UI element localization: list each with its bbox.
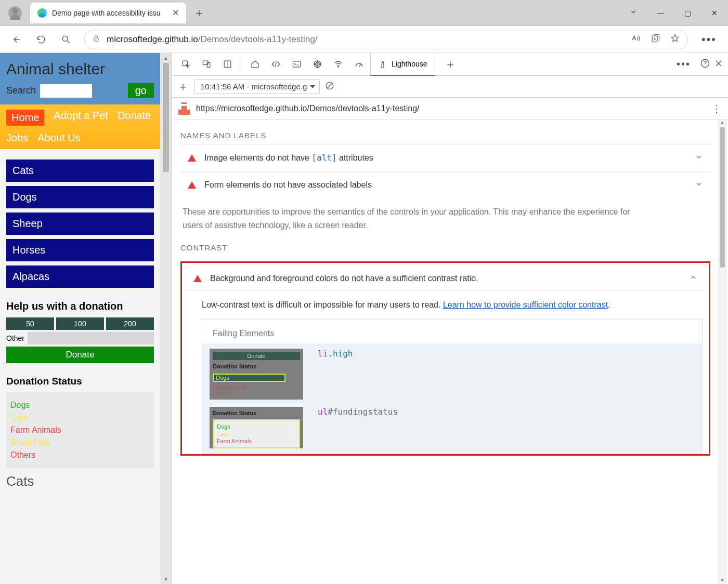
nav-adopt[interactable]: Adopt a Pet (54, 110, 108, 126)
learn-more-link[interactable]: Learn how to provide sufficient color co… (443, 300, 608, 309)
more-tabs-button[interactable]: ＋ (437, 57, 463, 72)
donate-button[interactable]: Donate (6, 347, 154, 363)
elements-icon[interactable] (266, 55, 285, 74)
lighthouse-logo-icon (178, 102, 190, 115)
report-scrollbar[interactable]: ▲ ▼ (718, 120, 727, 584)
console-icon[interactable] (287, 55, 306, 74)
donation-amount-button[interactable]: 200 (106, 317, 154, 330)
devtools-panel: Lighthouse ＋ ••• ＋ 10:41:56 AM - microso… (172, 53, 728, 584)
svg-rect-1 (94, 38, 98, 41)
status-item: Others (10, 450, 150, 460)
lighthouse-tab-label: Lighthouse (392, 60, 427, 68)
category-item[interactable]: Alpacas (6, 266, 154, 288)
page-scrollbar[interactable]: ▲ ▼ (160, 53, 172, 584)
report-selector[interactable]: 10:41:56 AM - microsoftedge.g (194, 79, 320, 94)
chevron-down-icon (695, 180, 703, 190)
network-icon[interactable] (329, 55, 347, 74)
failing-elements-heading: Failing Elements (202, 320, 702, 343)
audit-row-expanded[interactable]: Background and foreground colors do not … (186, 268, 705, 291)
nav-jobs[interactable]: Jobs (6, 132, 28, 144)
report-url: https://microsoftedge.github.io/Demos/de… (196, 104, 420, 113)
audit-title: Image elements do not have [alt] attribu… (204, 153, 373, 163)
devtools-close-button[interactable] (713, 58, 724, 70)
new-report-button[interactable]: ＋ (177, 79, 189, 95)
donation-other-input[interactable] (28, 332, 154, 344)
donation-status-list: Dogs Cats Farm Animals Small Pets Others (6, 392, 154, 468)
category-item[interactable]: Dogs (6, 186, 154, 208)
inspect-icon[interactable] (176, 55, 195, 74)
performance-icon[interactable] (349, 55, 368, 74)
main-nav: Home Adopt a Pet Donate Jobs About Us (0, 104, 160, 149)
svg-point-0 (62, 36, 68, 41)
contrast-audit-highlighted: Background and foreground colors do not … (180, 261, 710, 456)
help-icon[interactable] (700, 58, 710, 70)
search-input[interactable] (40, 84, 92, 98)
category-item[interactable]: Cats (6, 160, 154, 182)
nav-home[interactable]: Home (6, 110, 44, 126)
dropdown-arrow-icon (310, 85, 315, 88)
lighthouse-subtoolbar: ＋ 10:41:56 AM - microsoftedge.g (172, 76, 728, 98)
devtools-menu-button[interactable]: ••• (670, 58, 697, 70)
dock-icon[interactable] (218, 55, 237, 74)
demo-page: Animal shelter Search go Home Adopt a Pe… (0, 53, 172, 584)
browser-menu-button[interactable]: ••• (695, 33, 723, 46)
donation-amount-button[interactable]: 50 (6, 317, 54, 330)
report-selector-label: 10:41:56 AM - microsoftedge.g (201, 82, 307, 91)
search-label: Search (6, 85, 36, 96)
search-button[interactable] (55, 29, 77, 50)
section-heading: NAMES AND LABELS (180, 131, 710, 140)
failing-element-row[interactable]: Donation Status Dogs Cats Farm Animals u… (210, 407, 695, 448)
audit-row[interactable]: Image elements do not have [alt] attribu… (180, 144, 710, 171)
fail-triangle-icon (188, 154, 196, 162)
favorite-icon[interactable] (670, 33, 680, 45)
audit-row[interactable]: Form elements do not have associated lab… (180, 171, 710, 198)
tabs-chevron-icon[interactable] (620, 8, 647, 17)
svg-point-10 (337, 66, 339, 67)
element-thumbnail: Donation Status Dogs Cats Farm Animals (210, 407, 303, 448)
svg-rect-5 (207, 62, 210, 67)
welcome-icon[interactable] (245, 55, 264, 74)
fail-triangle-icon (188, 181, 196, 189)
nav-donate[interactable]: Donate (118, 110, 151, 126)
cutoff-heading: Cats (0, 473, 160, 489)
url-text: microsoftedge.github.io/Demos/devtools-a… (107, 34, 317, 45)
svg-point-9 (316, 63, 318, 65)
go-button[interactable]: go (128, 83, 154, 98)
window-titlebar: Demo page with accessibility issu ✕ ＋ — … (0, 0, 728, 26)
collections-icon[interactable] (650, 33, 660, 45)
browser-toolbar: microsoftedge.github.io/Demos/devtools-a… (0, 26, 728, 53)
back-button[interactable] (5, 29, 27, 50)
status-item: Cats (10, 413, 150, 422)
address-bar[interactable]: microsoftedge.github.io/Demos/devtools-a… (84, 30, 688, 49)
window-maximize-button[interactable]: ▢ (674, 9, 701, 17)
lighthouse-icon (378, 59, 387, 69)
category-item[interactable]: Horses (6, 239, 154, 261)
devtools-toolbar: Lighthouse ＋ ••• (172, 53, 728, 76)
status-item: Small Pets (10, 438, 150, 447)
new-tab-button[interactable]: ＋ (193, 5, 205, 21)
sources-icon[interactable] (308, 55, 327, 74)
device-icon[interactable] (197, 55, 216, 74)
donation-other-label: Other (6, 332, 28, 344)
donation-heading: Help us with a donation (6, 300, 154, 312)
browser-tab[interactable]: Demo page with accessibility issu ✕ (30, 3, 186, 23)
category-item[interactable]: Sheep (6, 213, 154, 235)
report-menu-button[interactable]: ⋮ (711, 102, 722, 115)
tab-close-icon[interactable]: ✕ (172, 8, 179, 18)
refresh-button[interactable] (30, 29, 52, 50)
audit-title: Form elements do not have associated lab… (204, 180, 372, 190)
profile-avatar[interactable] (8, 6, 22, 20)
read-aloud-icon[interactable] (630, 33, 641, 45)
window-close-button[interactable]: ✕ (701, 9, 728, 17)
chevron-down-icon (695, 153, 703, 163)
nav-about[interactable]: About Us (37, 132, 80, 144)
window-minimize-button[interactable]: — (647, 9, 674, 17)
failing-element-row[interactable]: Donate Donation Status Dogs Farm Animals… (210, 349, 695, 400)
clear-icon[interactable] (325, 81, 334, 92)
lighthouse-tab[interactable]: Lighthouse (370, 53, 435, 76)
svg-rect-7 (293, 61, 300, 67)
donation-amount-button[interactable]: 100 (56, 317, 104, 330)
fail-triangle-icon (193, 275, 202, 282)
lock-icon (92, 34, 100, 44)
donation-status-heading: Donation Status (6, 376, 154, 387)
